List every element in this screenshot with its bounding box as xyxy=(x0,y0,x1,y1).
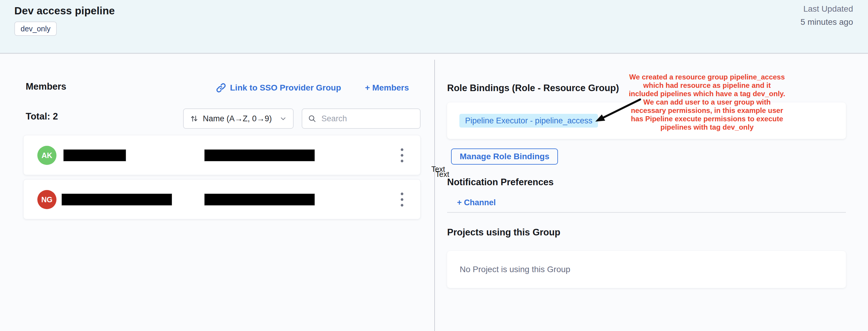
last-updated-value: 5 minutes ago xyxy=(801,16,853,29)
chevron-down-icon xyxy=(279,115,287,122)
projects-empty-message: No Project is using this Group xyxy=(460,265,570,274)
add-channel-button[interactable]: + Channel xyxy=(457,198,496,207)
member-row: AK xyxy=(23,135,421,175)
sort-selected-option: Name (A→Z, 0→9) xyxy=(203,114,275,123)
page-title: Dev access pipeline xyxy=(14,5,115,17)
link-to-sso-provider-group-button[interactable]: Link to SSO Provider Group xyxy=(216,83,341,93)
member-name-redacted xyxy=(64,150,126,161)
link-icon xyxy=(216,83,226,93)
member-options-button[interactable] xyxy=(392,145,412,166)
avatar: AK xyxy=(37,146,57,165)
member-row: NG xyxy=(23,179,421,219)
members-total: Total: 2 xyxy=(26,111,58,122)
member-options-button[interactable] xyxy=(392,189,412,210)
sso-link-label: Link to SSO Provider Group xyxy=(230,83,341,93)
kebab-menu-icon xyxy=(400,147,404,164)
search-icon xyxy=(308,114,317,123)
manage-role-bindings-button[interactable]: Manage Role Bindings xyxy=(451,148,558,164)
last-updated-label: Last Updated xyxy=(801,2,853,16)
member-email-redacted xyxy=(205,150,314,161)
page-header: Dev access pipeline dev_only Last Update… xyxy=(0,0,868,54)
kebab-menu-icon xyxy=(400,191,404,208)
role-bindings-section-title: Role Bindings (Role - Resource Group) xyxy=(447,83,619,93)
group-tag-chip: dev_only xyxy=(14,22,57,36)
stray-text-label: Text xyxy=(435,170,449,179)
members-section-title: Members xyxy=(26,81,66,92)
section-divider xyxy=(447,212,846,213)
member-search xyxy=(302,109,421,129)
notification-preferences-title: Notification Preferences xyxy=(447,177,554,188)
add-members-button[interactable]: + Members xyxy=(365,83,409,93)
member-email-redacted xyxy=(205,194,314,205)
projects-section-title: Projects using this Group xyxy=(447,227,560,238)
search-input[interactable] xyxy=(321,114,414,124)
last-updated: Last Updated 5 minutes ago xyxy=(801,2,853,29)
annotation-note: We created a resource group pipeline_acc… xyxy=(621,73,793,131)
projects-empty-card: No Project is using this Group xyxy=(447,251,846,288)
avatar: NG xyxy=(37,190,57,209)
sort-dropdown[interactable]: Name (A→Z, 0→9) xyxy=(183,109,293,129)
role-binding-chip: Pipeline Executor - pipeline_access xyxy=(459,114,598,127)
sort-arrows-icon xyxy=(190,114,198,123)
member-name-redacted xyxy=(62,194,172,205)
panel-divider xyxy=(434,60,435,331)
